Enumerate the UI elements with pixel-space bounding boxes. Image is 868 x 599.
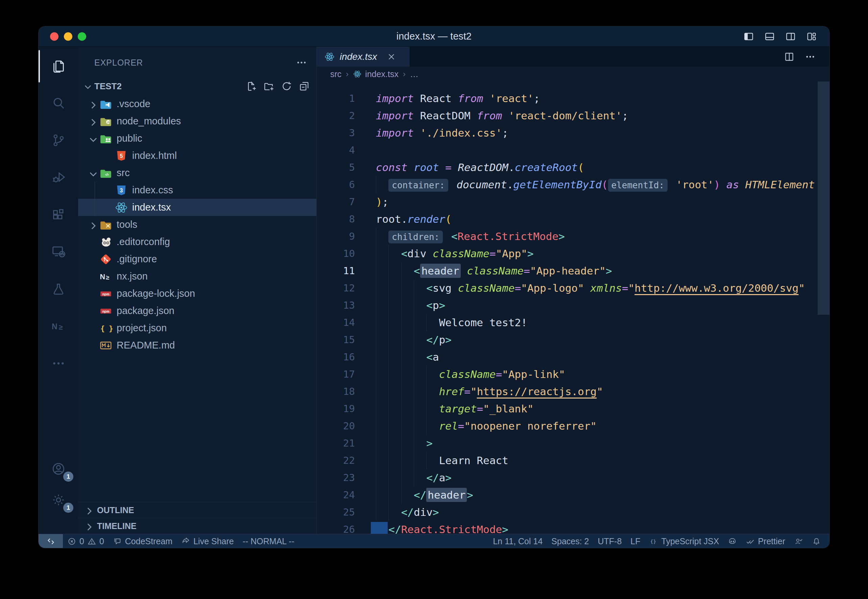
outline-panel-header[interactable]: OUTLINE (78, 502, 316, 518)
code-line-9[interactable]: 9 children: <React.StrictMode> (317, 228, 829, 245)
tree-item-tools[interactable]: tools (78, 216, 316, 233)
activity-search[interactable] (39, 84, 78, 122)
code-line-19[interactable]: 19 target="_blank" (317, 400, 829, 417)
activity-source-control[interactable] (39, 122, 78, 159)
editor-scrollbar[interactable] (818, 81, 829, 315)
timeline-panel-header[interactable]: TIMELINE (78, 518, 316, 534)
file-tree: .vscodeJSnode_modulespublic5index.html‹/… (78, 95, 316, 354)
tree-item--vscode[interactable]: .vscode (78, 95, 316, 113)
tree-item-node-modules[interactable]: JSnode_modules (78, 113, 316, 130)
status-indentation[interactable]: Spaces: 2 (547, 534, 593, 548)
activity-testing[interactable] (39, 271, 78, 308)
code-line-24[interactable]: 24 </header> (317, 486, 829, 504)
code-line-17[interactable]: 17 className="App-link" (317, 366, 829, 383)
tree-item-index-html[interactable]: 5index.html (78, 147, 316, 164)
code-line-26[interactable]: 26 </React.StrictMode> (317, 521, 829, 534)
code-line-25[interactable]: 25 </div> (317, 504, 829, 521)
status-encoding[interactable]: UTF-8 (593, 534, 626, 548)
code-line-4[interactable]: 4 (317, 141, 829, 159)
status-codestream[interactable]: CodeStream (108, 534, 177, 548)
zoom-window-button[interactable] (78, 32, 86, 41)
code-line-7[interactable]: 7); (317, 193, 829, 211)
activity-run-and-debug[interactable] (39, 159, 78, 196)
tree-item-package-lock-json[interactable]: npmpackage-lock.json (78, 285, 316, 302)
nx-file-icon: N≥ (99, 270, 113, 283)
activity-explorer[interactable] (39, 47, 78, 84)
activity-remote-explorer[interactable] (39, 233, 78, 271)
line-number: 25 (317, 504, 376, 521)
status-prettier[interactable]: Prettier (741, 534, 790, 548)
status-language-mode[interactable]: {}TypeScript JSX (645, 534, 724, 548)
code-line-3[interactable]: 3import './index.css'; (317, 124, 829, 141)
tree-item-index-tsx[interactable]: index.tsx (78, 199, 316, 216)
toggle-secondary-sidebar-icon[interactable] (785, 31, 796, 42)
remote-status-icon (46, 537, 56, 546)
tab-index-tsx[interactable]: index.tsx (317, 47, 410, 66)
status-cursor-position[interactable]: Ln 11, Col 14 (489, 534, 547, 548)
tree-item-readme-md[interactable]: README.md (78, 337, 316, 354)
toggle-panel-icon[interactable] (764, 31, 775, 42)
customize-layout-icon[interactable] (806, 31, 817, 42)
tree-item-index-css[interactable]: 3index.css (78, 182, 316, 199)
close-tab-icon[interactable] (386, 51, 397, 62)
status-copilot[interactable] (724, 534, 741, 548)
breadcrumb-item-0[interactable]: src (330, 69, 341, 79)
search-icon (51, 95, 66, 111)
collapse-folders-icon[interactable] (298, 80, 310, 92)
activity-accounts[interactable]: 1 (39, 453, 78, 485)
tree-item-nx-json[interactable]: N≥nx.json (78, 268, 316, 285)
code-line-12[interactable]: 12 <svg className="App-logo" xmlns="http… (317, 280, 829, 297)
new-file-icon[interactable] (245, 80, 257, 92)
explorer-more-actions-icon[interactable] (295, 56, 308, 69)
split-editor-icon[interactable] (784, 51, 795, 63)
tree-item-public[interactable]: public (78, 130, 316, 147)
status-vim-mode[interactable]: -- NORMAL -- (238, 534, 299, 548)
tree-item-src[interactable]: ‹/›src (78, 164, 316, 182)
code-line-14[interactable]: 14 Welcome test2! (317, 314, 829, 331)
new-folder-icon[interactable] (263, 80, 275, 92)
tree-item-package-json[interactable]: npmpackage.json (78, 302, 316, 319)
refresh-explorer-icon[interactable] (281, 80, 293, 92)
minimize-window-button[interactable] (64, 32, 72, 41)
tree-item--gitignore[interactable]: .gitignore (78, 250, 316, 268)
tree-item-label: node_modules (117, 116, 181, 127)
chevron-placeholder (87, 341, 99, 350)
chevron-placeholder (87, 289, 99, 298)
code-line-20[interactable]: 20 rel="noopener noreferrer" (317, 417, 829, 435)
activity-extensions[interactable] (39, 196, 78, 233)
more-editor-actions-icon[interactable] (805, 51, 816, 63)
project-section-header[interactable]: TEST2 (78, 78, 316, 94)
status-problems[interactable]: 00 (63, 534, 108, 548)
toggle-primary-sidebar-icon[interactable] (743, 31, 754, 42)
activity-more-views[interactable] (39, 345, 78, 382)
status-notifications[interactable] (808, 534, 826, 548)
code-line-21[interactable]: 21 > (317, 435, 829, 452)
code-line-5[interactable]: 5const root = ReactDOM.createRoot( (317, 159, 829, 176)
code-editor[interactable]: 1import React from 'react';2import React… (317, 81, 829, 534)
tree-item-label: package.json (117, 305, 175, 316)
activity-settings[interactable]: 1 (39, 485, 78, 516)
tree-item--editorconfig[interactable]: .editorconfig (78, 233, 316, 250)
status-feedback[interactable] (790, 534, 808, 548)
code-line-22[interactable]: 22 Learn React (317, 452, 829, 469)
status-eol[interactable]: LF (626, 534, 645, 548)
code-line-13[interactable]: 13 <p> (317, 297, 829, 314)
tree-item-project-json[interactable]: { }project.json (78, 319, 316, 337)
status-remote-indicator[interactable] (39, 534, 63, 548)
status-live-share[interactable]: Live Share (177, 534, 238, 548)
code-line-10[interactable]: 10 <div className="App"> (317, 245, 829, 262)
code-line-16[interactable]: 16 <a (317, 349, 829, 366)
activity-nx-console[interactable]: N≥ (39, 308, 78, 345)
close-window-button[interactable] (50, 32, 59, 41)
breadcrumb-item-2[interactable]: … (410, 69, 418, 79)
folder-tools-icon (99, 218, 113, 232)
breadcrumb-item-1[interactable]: index.tsx (353, 69, 399, 79)
code-line-18[interactable]: 18 href="https://reactjs.org" (317, 383, 829, 400)
code-line-6[interactable]: 6 container: document.getElementById(ele… (317, 176, 829, 193)
code-line-8[interactable]: 8root.render( (317, 211, 829, 228)
code-line-15[interactable]: 15 </p> (317, 331, 829, 349)
code-line-23[interactable]: 23 </a> (317, 469, 829, 486)
code-line-11[interactable]: 11 <header className="App-header"> (317, 262, 829, 280)
code-line-1[interactable]: 1import React from 'react'; (317, 90, 829, 107)
code-line-2[interactable]: 2import ReactDOM from 'react-dom/client'… (317, 107, 829, 124)
